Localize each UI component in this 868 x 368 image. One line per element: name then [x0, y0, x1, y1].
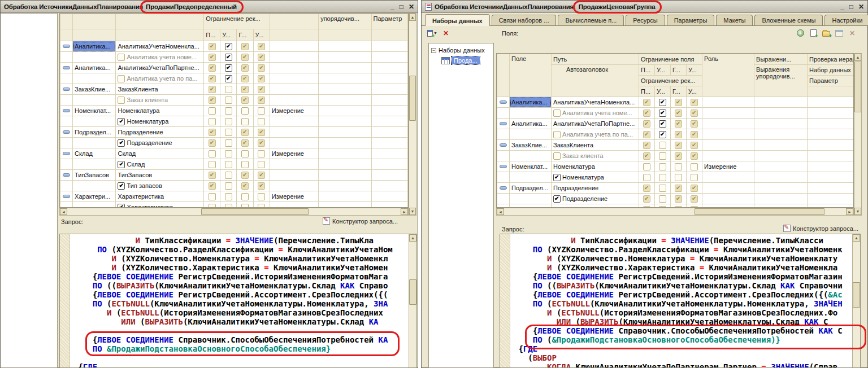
table-row[interactable]: ЗаказКлие...ЗаказКлиента	[60, 84, 408, 95]
checkbox-cell[interactable]	[687, 119, 702, 129]
checkbox[interactable]	[209, 161, 216, 168]
checkbox-cell[interactable]	[671, 172, 687, 183]
checkbox-cell[interactable]	[253, 41, 270, 52]
role-cell[interactable]	[702, 140, 754, 151]
checkbox[interactable]	[118, 204, 125, 208]
checkbox[interactable]	[118, 182, 125, 190]
checkbox-cell[interactable]	[237, 181, 253, 191]
parameter-cell[interactable]	[808, 151, 854, 161]
checkbox[interactable]	[659, 109, 666, 117]
checkbox-cell[interactable]	[237, 84, 253, 95]
checkbox-cell[interactable]	[237, 95, 253, 106]
path-cell[interactable]: Подразделение	[552, 183, 639, 194]
close-button[interactable]: ✕	[409, 1, 414, 12]
role-cell[interactable]	[702, 151, 754, 161]
checkbox[interactable]	[643, 174, 650, 181]
checkbox-cell[interactable]	[639, 172, 655, 183]
path-cell[interactable]: Заказ клиента	[552, 151, 639, 161]
row-handle-icon[interactable]	[63, 45, 70, 48]
parameter-cell[interactable]	[371, 127, 407, 138]
checkbox[interactable]	[643, 142, 650, 149]
ordering-expression-cell[interactable]	[319, 106, 371, 116]
checkbox[interactable]	[258, 150, 265, 157]
field-cell[interactable]	[73, 52, 116, 63]
checkbox[interactable]	[659, 163, 666, 170]
checkbox[interactable]	[691, 195, 698, 203]
checkbox[interactable]	[209, 129, 216, 136]
checkbox[interactable]	[659, 142, 666, 149]
checkbox[interactable]	[209, 150, 216, 157]
checkbox-cell[interactable]	[204, 41, 220, 52]
checkbox-cell[interactable]	[220, 191, 237, 202]
table-row[interactable]: СкладСкладИзмерение	[60, 148, 408, 159]
window-titlebar[interactable]: Обработка ИсточникиДанныхПланирования: П…	[422, 1, 867, 13]
row-handle-icon[interactable]	[63, 66, 70, 69]
checkbox[interactable]	[118, 75, 125, 82]
field-cell[interactable]	[73, 138, 116, 148]
checkbox-cell[interactable]	[237, 41, 253, 52]
checkbox[interactable]	[225, 107, 232, 115]
checkbox[interactable]	[675, 195, 682, 203]
parameter-cell[interactable]	[371, 181, 407, 191]
path-cell[interactable]: АналитикаУчетаПоПартне...	[552, 119, 639, 129]
checkbox-cell[interactable]	[655, 151, 671, 161]
checkbox[interactable]	[225, 64, 232, 72]
parameter-cell[interactable]	[371, 63, 407, 73]
checkbox-cell[interactable]	[687, 140, 702, 151]
checkbox[interactable]	[225, 97, 232, 104]
checkbox-cell[interactable]	[655, 129, 671, 140]
role-cell[interactable]	[702, 183, 754, 194]
parameter-cell[interactable]	[371, 202, 407, 208]
parameter-cell[interactable]	[808, 194, 854, 204]
table-subrow[interactable]: Подразделение	[497, 194, 854, 204]
checkbox[interactable]	[118, 139, 125, 147]
scrollbar-thumb[interactable]	[854, 62, 861, 112]
checkbox[interactable]	[675, 163, 682, 170]
checkbox-cell[interactable]	[253, 170, 270, 181]
checkbox[interactable]	[209, 172, 216, 179]
path-cell[interactable]: Подразделение	[116, 127, 204, 138]
scrollbar-thumb[interactable]	[409, 279, 416, 305]
checkbox-cell[interactable]	[204, 84, 220, 95]
field-cell[interactable]: Номенклат...	[73, 106, 116, 116]
checkbox-cell[interactable]	[687, 151, 702, 161]
checkbox[interactable]	[225, 193, 232, 200]
checkbox[interactable]	[241, 86, 249, 93]
checkbox[interactable]	[643, 109, 650, 117]
path-cell[interactable]: Номенклатура	[116, 106, 204, 116]
field-cell[interactable]: ЗаказКлие...	[510, 140, 552, 151]
horizontal-scrollbar[interactable]: ◄ ►	[59, 208, 409, 216]
checkbox[interactable]	[241, 54, 249, 61]
checkbox[interactable]	[225, 139, 232, 147]
table-subrow[interactable]: Подразделение	[60, 138, 408, 148]
parameter-cell[interactable]	[371, 138, 407, 148]
checkbox-cell[interactable]	[204, 52, 220, 63]
checkbox-cell[interactable]	[671, 129, 687, 140]
checkbox[interactable]	[675, 99, 682, 106]
checkbox-cell[interactable]	[671, 97, 687, 108]
ordering-expression-cell[interactable]	[754, 161, 808, 172]
checkbox[interactable]	[643, 131, 650, 138]
role-cell[interactable]	[702, 108, 754, 119]
checkbox-cell[interactable]	[220, 202, 237, 208]
checkbox[interactable]	[241, 172, 249, 179]
checkbox-cell[interactable]	[237, 52, 253, 63]
checkbox-cell[interactable]	[639, 140, 655, 151]
role-cell[interactable]: Измерение	[270, 148, 318, 159]
scroll-up-button[interactable]: ▲	[853, 234, 860, 242]
checkbox[interactable]	[659, 152, 666, 160]
checkbox-cell[interactable]	[237, 106, 253, 116]
row-handle-icon[interactable]	[500, 186, 507, 190]
path-cell[interactable]: АналитикаУчетаНоменкла...	[552, 97, 639, 108]
path-cell[interactable]: Аналитика учета по па...	[116, 73, 204, 84]
checkbox-cell[interactable]	[687, 129, 702, 140]
checkbox[interactable]	[225, 118, 232, 125]
path-cell[interactable]: Номенклатура	[552, 172, 639, 183]
tab-ресурсы[interactable]: Ресурсы	[626, 15, 665, 25]
role-cell[interactable]	[702, 97, 754, 108]
checkbox-cell[interactable]	[253, 159, 270, 170]
checkbox[interactable]	[225, 54, 232, 61]
table-row[interactable]: Аналитика...АналитикаУчетаНоменкла...	[497, 97, 854, 108]
checkbox-cell[interactable]	[639, 129, 655, 140]
field-cell[interactable]	[73, 95, 116, 106]
